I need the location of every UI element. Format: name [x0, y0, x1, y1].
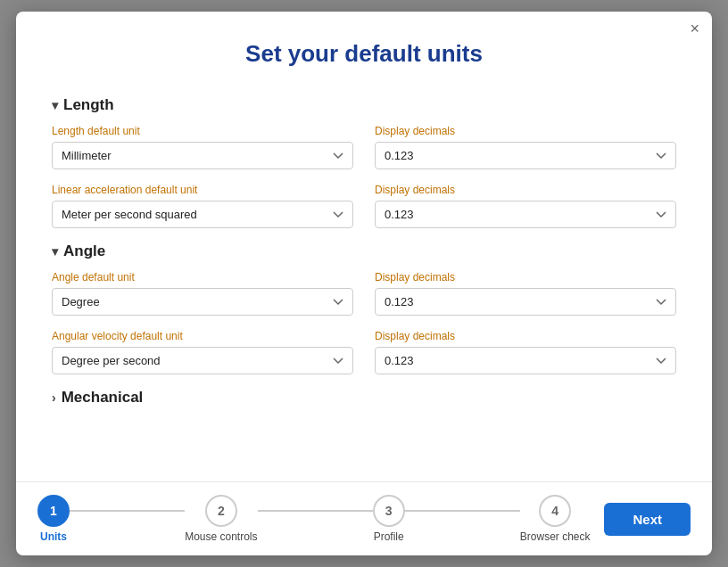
decimals-select[interactable]: 00.10.120.1230.1234 [375, 288, 676, 316]
decimals-field-group: Display decimals00.10.120.1230.1234 [375, 330, 676, 374]
decimals-label: Display decimals [375, 125, 676, 137]
decimals-field-group: Display decimals00.10.120.1230.1234 [375, 271, 676, 316]
unit-label: Length default unit [52, 125, 353, 137]
unit-field-group: Linear acceleration default unitMeter pe… [52, 184, 353, 228]
unit-label: Linear acceleration default unit [52, 184, 353, 196]
step-label: Browser check [520, 530, 591, 543]
section-header-length[interactable]: ▾Length [52, 96, 676, 114]
decimals-field-group: Display decimals00.10.120.1230.1234 [375, 125, 676, 169]
step-line [405, 510, 520, 512]
step-0[interactable]: 1Units [37, 495, 70, 543]
unit-select[interactable]: MillimeterCentimeterMeterInchFoot [52, 142, 353, 169]
close-button[interactable]: × [690, 21, 699, 37]
section-label: Angle [63, 242, 105, 260]
stepper: 1Units2Mouse controls3Profile4Browser ch… [37, 495, 590, 543]
unit-field-group: Angular velocity default unitDegree per … [52, 330, 353, 374]
unit-select[interactable]: DegreeRadianGradian [52, 288, 353, 316]
decimals-select[interactable]: 00.10.120.1230.1234 [375, 347, 676, 374]
dialog-body: ▾LengthLength default unitMillimeterCent… [16, 82, 712, 481]
step-circle: 4 [539, 495, 571, 527]
unit-select[interactable]: Degree per secondRadian per second [52, 347, 353, 374]
step-label: Profile [374, 530, 404, 543]
decimals-label: Display decimals [375, 271, 676, 284]
step-1[interactable]: 2Mouse controls [185, 495, 257, 543]
step-circle: 2 [205, 495, 237, 527]
step-label: Units [40, 530, 67, 543]
next-button[interactable]: Next [604, 503, 691, 536]
section-header-mechanical[interactable]: ›Mechanical [52, 389, 676, 407]
field-row: Linear acceleration default unitMeter pe… [52, 184, 676, 228]
unit-label: Angle default unit [52, 271, 353, 284]
step-line [70, 510, 185, 512]
dialog-footer: 1Units2Mouse controls3Profile4Browser ch… [16, 481, 712, 555]
decimals-label: Display decimals [375, 330, 676, 342]
step-label: Mouse controls [185, 530, 257, 543]
unit-field-group: Length default unitMillimeterCentimeterM… [52, 125, 353, 169]
chevron-icon: ▾ [52, 98, 58, 112]
unit-select[interactable]: Meter per second squaredFeet per second … [52, 201, 353, 228]
dialog: × Set your default units ▾LengthLength d… [16, 12, 712, 555]
decimals-select[interactable]: 00.10.120.1230.1234 [375, 201, 676, 228]
decimals-select[interactable]: 00.10.120.1230.1234 [375, 142, 676, 169]
field-row: Angle default unitDegreeRadianGradianDis… [52, 271, 676, 316]
section-label: Length [63, 96, 114, 114]
step-2[interactable]: 3Profile [373, 495, 405, 543]
unit-field-group: Angle default unitDegreeRadianGradian [52, 271, 353, 316]
step-line [258, 510, 373, 512]
section-header-angle[interactable]: ▾Angle [52, 242, 676, 260]
decimals-label: Display decimals [375, 184, 676, 196]
decimals-field-group: Display decimals00.10.120.1230.1234 [375, 184, 676, 228]
step-circle: 3 [373, 495, 405, 527]
chevron-icon: ▾ [52, 244, 58, 259]
dialog-title: Set your default units [16, 12, 712, 82]
step-3[interactable]: 4Browser check [520, 495, 591, 543]
step-circle: 1 [37, 495, 70, 527]
field-row: Length default unitMillimeterCentimeterM… [52, 125, 676, 169]
unit-label: Angular velocity default unit [52, 330, 353, 342]
field-row: Angular velocity default unitDegree per … [52, 330, 676, 374]
chevron-icon: › [52, 390, 56, 405]
section-label: Mechanical [62, 389, 144, 407]
